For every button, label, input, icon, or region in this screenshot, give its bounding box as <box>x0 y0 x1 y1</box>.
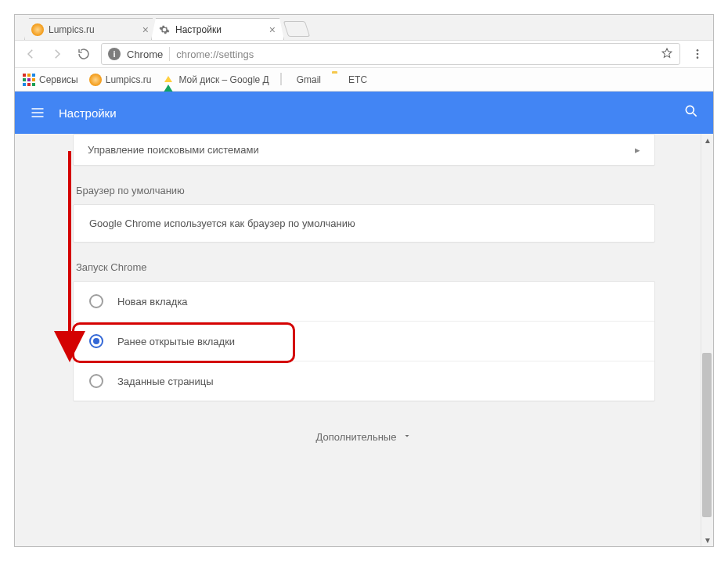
scroll-up-icon[interactable]: ▲ <box>701 134 713 146</box>
page-title: Настройки <box>59 106 117 120</box>
scheme-chip: Chrome <box>127 49 163 60</box>
url-text: chrome://settings <box>176 49 254 60</box>
bookmark-star-icon[interactable] <box>661 47 673 62</box>
option-label: Заданные страницы <box>117 376 214 387</box>
bookmark-label: Сервисы <box>39 74 78 85</box>
scrollbar[interactable]: ▲ ▼ <box>701 134 713 546</box>
gdrive-icon <box>162 74 175 86</box>
section-default-browser: Браузер по умолчанию <box>76 185 652 196</box>
tab-strip: Lumpics.ru × Настройки × <box>15 15 713 40</box>
hamburger-menu-icon[interactable] <box>29 104 46 121</box>
svg-point-7 <box>686 106 694 113</box>
default-browser-card: Google Chrome используется как браузер п… <box>73 204 655 243</box>
bookmark-label: Lumpics.ru <box>106 74 152 85</box>
scroll-thumb[interactable] <box>702 353 712 517</box>
radio-checked-icon <box>89 334 103 348</box>
close-tab-icon[interactable]: × <box>268 23 277 36</box>
chrome-menu-button[interactable] <box>688 45 707 63</box>
option-label: Ранее открытые вкладки <box>117 336 235 347</box>
orange-favicon-icon <box>31 23 44 36</box>
bookmark-gdrive[interactable]: Мой диск – Google Д <box>162 74 268 86</box>
svg-point-4 <box>697 49 699 52</box>
search-engines-card: Управление поисковыми системами ▸ <box>73 134 655 166</box>
startup-option-specific-pages[interactable]: Заданные страницы <box>74 361 654 401</box>
forward-button[interactable] <box>48 45 67 63</box>
chevron-right-icon: ▸ <box>635 144 640 156</box>
toolbar: i Chrome chrome://settings <box>15 40 713 68</box>
tab-label: Настройки <box>175 24 268 35</box>
tab-label: Lumpics.ru <box>49 24 141 35</box>
settings-content: Управление поисковыми системами ▸ Браузе… <box>15 134 713 546</box>
bookmark-apps[interactable]: Сервисы <box>23 74 78 86</box>
settings-header: Настройки <box>15 92 713 134</box>
startup-option-continue[interactable]: Ранее открытые вкладки <box>74 322 654 361</box>
separator <box>169 47 170 61</box>
gear-favicon-icon <box>158 23 171 36</box>
startup-card: Новая вкладка Ранее открытые вкладки Зад… <box>73 281 655 401</box>
bookmark-etc[interactable]: ETC <box>332 74 367 86</box>
tab-settings[interactable]: Настройки × <box>151 18 284 40</box>
manage-search-engines-link[interactable]: Управление поисковыми системами ▸ <box>74 135 654 165</box>
startup-option-new-tab[interactable]: Новая вкладка <box>74 282 654 322</box>
folder-icon <box>332 74 344 86</box>
apps-icon <box>23 74 35 86</box>
bookmark-label: ETC <box>348 74 367 85</box>
svg-point-6 <box>697 56 699 59</box>
orange-favicon-icon <box>89 74 102 86</box>
page-viewport: Настройки Управление поисковыми системам… <box>15 92 713 546</box>
chevron-down-icon <box>402 431 412 443</box>
section-startup: Запуск Chrome <box>76 261 652 273</box>
advanced-toggle[interactable]: Дополнительные <box>73 431 655 443</box>
reload-button[interactable] <box>74 45 93 63</box>
browser-window: David Lumpics.ru × Настро <box>14 14 714 547</box>
svg-line-8 <box>694 113 697 117</box>
option-label: Новая вкладка <box>117 296 188 307</box>
tab-lumpics[interactable]: Lumpics.ru × <box>24 18 157 40</box>
site-info-icon[interactable]: i <box>108 48 121 60</box>
scroll-down-icon[interactable]: ▼ <box>701 534 713 546</box>
new-tab-button[interactable] <box>283 21 310 37</box>
default-browser-text: Google Chrome используется как браузер п… <box>89 218 355 229</box>
radio-icon <box>89 294 103 308</box>
bookmark-label: Мой диск – Google Д <box>178 74 268 85</box>
svg-point-5 <box>697 53 699 56</box>
gmail-icon <box>280 74 293 86</box>
search-icon[interactable] <box>683 103 699 122</box>
advanced-label: Дополнительные <box>316 431 397 443</box>
address-bar[interactable]: i Chrome chrome://settings <box>101 43 680 65</box>
back-button[interactable] <box>21 45 40 63</box>
bookmark-lumpics[interactable]: Lumpics.ru <box>89 74 152 86</box>
bookmark-label: Gmail <box>297 74 321 85</box>
radio-icon <box>89 374 103 388</box>
bookmarks-bar: Сервисы Lumpics.ru Мой диск – Google Д G… <box>15 68 713 92</box>
row-label: Управление поисковыми системами <box>88 144 259 156</box>
bookmark-gmail[interactable]: Gmail <box>280 74 321 86</box>
close-tab-icon[interactable]: × <box>141 23 150 36</box>
